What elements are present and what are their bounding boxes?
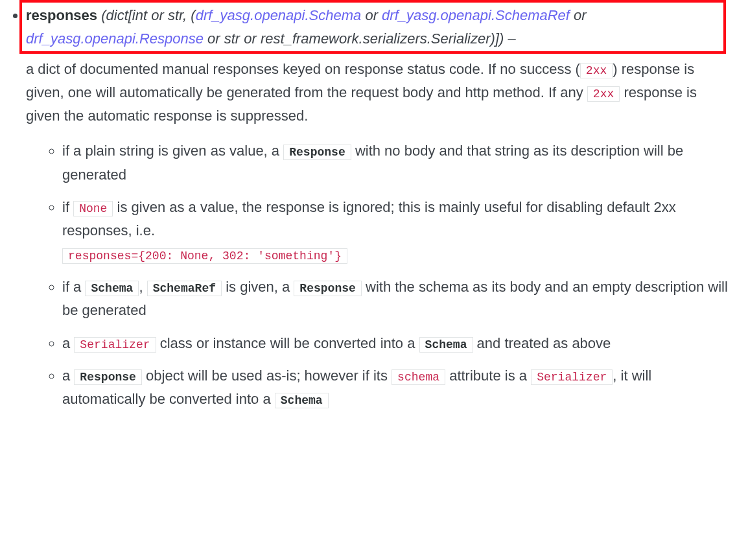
link-schema[interactable]: drf_yasg.openapi.Schema bbox=[196, 7, 362, 23]
type-sig-open-paren: ( bbox=[101, 7, 106, 23]
code-2xx: 2xx bbox=[580, 63, 613, 78]
text: object will be used as-is; however if it… bbox=[142, 368, 392, 384]
type-sig-or: or bbox=[361, 7, 382, 23]
param-name: responses bbox=[26, 7, 97, 23]
code-schema: Schema bbox=[85, 281, 139, 296]
doc-fragment: responses (dict[int or str, (drf_yasg.op… bbox=[0, 0, 748, 425]
code-response: Response bbox=[283, 145, 351, 160]
code-example: responses={200: None, 302: 'something'} bbox=[62, 248, 347, 264]
list-item: a Serializer class or instance will be c… bbox=[62, 332, 732, 355]
code-response: Response bbox=[294, 281, 362, 296]
text: is given as a value, the response is ign… bbox=[62, 199, 676, 239]
type-sig-prefix: dict[int or str, ( bbox=[106, 7, 196, 23]
highlighted-signature: responses (dict[int or str, (drf_yasg.op… bbox=[19, 0, 726, 54]
code-schema: Schema bbox=[275, 393, 329, 408]
code-schema: Schema bbox=[419, 337, 473, 353]
param-desc-part1: a dict of documented manual responses ke… bbox=[26, 61, 580, 77]
text: class or instance will be converted into… bbox=[156, 335, 419, 351]
text: and treated as above bbox=[473, 335, 611, 351]
list-item: if None is given as a value, the respons… bbox=[62, 196, 732, 266]
code-response: Response bbox=[74, 369, 142, 385]
code-2xx: 2xx bbox=[587, 86, 620, 102]
code-schema-attr: schema bbox=[392, 369, 445, 385]
code-none: None bbox=[73, 201, 113, 216]
param-responses: responses (dict[int or str, (drf_yasg.op… bbox=[26, 0, 748, 425]
text: if a plain string is given as value, a bbox=[62, 143, 283, 159]
text: if bbox=[62, 199, 73, 215]
code-serializer: Serializer bbox=[74, 337, 156, 353]
link-response[interactable]: drf_yasg.openapi.Response bbox=[26, 30, 204, 47]
list-item: if a plain string is given as value, a R… bbox=[62, 139, 732, 187]
list-item: if a Schema, SchemaRef is given, a Respo… bbox=[62, 275, 732, 323]
text: if a bbox=[62, 279, 85, 295]
type-sig-or: or bbox=[570, 7, 587, 23]
text: a bbox=[62, 368, 74, 384]
text: , bbox=[139, 279, 146, 295]
code-schemaref: SchemaRef bbox=[147, 281, 222, 296]
param-list: responses (dict[int or str, (drf_yasg.op… bbox=[0, 0, 748, 425]
code-serializer: Serializer bbox=[531, 369, 613, 385]
list-item: a Response object will be used as-is; ho… bbox=[62, 364, 732, 412]
sub-list: if a plain string is given as value, a R… bbox=[26, 139, 732, 411]
type-sig-suffix: or str or rest_framework.serializers.Ser… bbox=[204, 30, 499, 47]
text: attribute is a bbox=[445, 368, 531, 384]
text: is given, a bbox=[222, 279, 294, 295]
type-sig-dash: – bbox=[504, 30, 515, 47]
text: a bbox=[62, 335, 74, 351]
link-schemaref[interactable]: drf_yasg.openapi.SchemaRef bbox=[382, 7, 570, 23]
